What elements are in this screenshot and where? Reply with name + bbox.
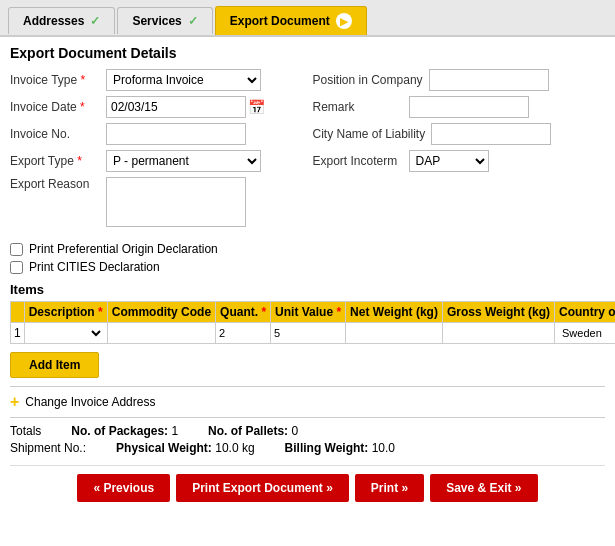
- addresses-check-icon: ✓: [90, 14, 100, 28]
- col-gross-weight: Gross Weight (kg): [442, 302, 554, 323]
- tab-services[interactable]: Services ✓: [117, 7, 212, 34]
- plus-icon: +: [10, 393, 19, 411]
- tab-addresses-label: Addresses: [23, 14, 84, 28]
- city-name-label: City Name of Liability: [313, 127, 426, 141]
- col-commodity-code: Commodity Code: [107, 302, 215, 323]
- city-name-input[interactable]: [431, 123, 551, 145]
- tab-addresses[interactable]: Addresses ✓: [8, 7, 115, 34]
- col-net-weight: Net Weight (kg): [346, 302, 443, 323]
- print-cities-checkbox[interactable]: [10, 261, 23, 274]
- export-reason-label: Export Reason: [10, 177, 100, 191]
- invoice-date-input[interactable]: [106, 96, 246, 118]
- export-reason-textarea[interactable]: [106, 177, 246, 227]
- navigation-tabs: Addresses ✓ Services ✓ Export Document ▶: [0, 0, 615, 37]
- form-section: Invoice Type * Proforma Invoice Invoice …: [10, 69, 605, 232]
- row-num: 1: [11, 323, 25, 344]
- form-right-column: Position in Company Remark City Name of …: [313, 69, 606, 232]
- section-title: Export Document Details: [10, 45, 605, 61]
- services-check-icon: ✓: [188, 14, 198, 28]
- add-item-button[interactable]: Add Item: [10, 352, 99, 378]
- description-select[interactable]: [28, 326, 104, 340]
- quantity-input[interactable]: [219, 327, 267, 339]
- totals-row-1: Totals No. of Packages: 1 No. of Pallets…: [10, 424, 605, 438]
- export-incoterm-select[interactable]: DAP: [409, 150, 489, 172]
- change-invoice-label: Change Invoice Address: [25, 395, 155, 409]
- city-name-row: City Name of Liability: [313, 123, 606, 145]
- items-title: Items: [10, 282, 605, 297]
- invoice-type-label: Invoice Type *: [10, 73, 100, 87]
- main-content: Export Document Details Invoice Type * P…: [0, 37, 615, 546]
- bottom-bar: « Previous Print Export Document » Print…: [10, 465, 605, 506]
- invoice-no-row: Invoice No.: [10, 123, 303, 145]
- export-incoterm-label: Export Incoterm: [313, 154, 403, 168]
- commodity-code-input[interactable]: [111, 327, 212, 339]
- items-table: Description * Commodity Code Quant. * Un…: [10, 301, 615, 344]
- col-num: [11, 302, 25, 323]
- physical-weight: Physical Weight: 10.0 kg: [116, 441, 255, 455]
- unit-value-input[interactable]: [274, 327, 342, 339]
- position-row: Position in Company: [313, 69, 606, 91]
- export-reason-row: Export Reason: [10, 177, 303, 227]
- col-country-of-origin: Country of Origin *: [555, 302, 615, 323]
- no-of-packages: No. of Packages: 1: [71, 424, 178, 438]
- invoice-no-input[interactable]: [106, 123, 246, 145]
- print-preferential-row: Print Preferential Origin Declaration: [10, 242, 605, 256]
- print-preferential-label: Print Preferential Origin Declaration: [29, 242, 218, 256]
- export-type-select[interactable]: P - permanent: [106, 150, 261, 172]
- calendar-icon[interactable]: 📅: [248, 99, 265, 115]
- export-incoterm-row: Export Incoterm DAP: [313, 150, 606, 172]
- remark-row: Remark: [313, 96, 606, 118]
- invoice-date-wrapper: 📅: [106, 96, 265, 118]
- export-type-required: *: [77, 154, 82, 168]
- position-label: Position in Company: [313, 73, 423, 87]
- remark-label: Remark: [313, 100, 403, 114]
- print-export-button[interactable]: Print Export Document »: [176, 474, 349, 502]
- invoice-type-required: *: [81, 73, 86, 87]
- row-net-weight[interactable]: [346, 323, 443, 344]
- print-cities-row: Print CITIES Declaration: [10, 260, 605, 274]
- invoice-type-row: Invoice Type * Proforma Invoice: [10, 69, 303, 91]
- export-type-label: Export Type *: [10, 154, 100, 168]
- row-country-of-origin[interactable]: Sweden: [555, 323, 615, 344]
- row-quantity[interactable]: [216, 323, 271, 344]
- print-preferential-checkbox[interactable]: [10, 243, 23, 256]
- shipment-no-label: Shipment No.:: [10, 441, 86, 455]
- position-input[interactable]: [429, 69, 549, 91]
- tab-export-document[interactable]: Export Document ▶: [215, 6, 367, 35]
- country-select[interactable]: Sweden: [558, 326, 615, 340]
- row-commodity-code[interactable]: [107, 323, 215, 344]
- invoice-date-row: Invoice Date * 📅: [10, 96, 303, 118]
- tab-export-document-label: Export Document: [230, 14, 330, 28]
- previous-button[interactable]: « Previous: [77, 474, 170, 502]
- table-row: 1: [11, 323, 616, 344]
- form-left-column: Invoice Type * Proforma Invoice Invoice …: [10, 69, 303, 232]
- col-quantity: Quant. *: [216, 302, 271, 323]
- col-description: Description *: [24, 302, 107, 323]
- billing-weight: Billing Weight: 10.0: [285, 441, 395, 455]
- export-document-arrow-icon: ▶: [336, 13, 352, 29]
- col-unit-value: Unit Value *: [271, 302, 346, 323]
- row-gross-weight[interactable]: [442, 323, 554, 344]
- row-unit-value[interactable]: [271, 323, 346, 344]
- print-cities-label: Print CITIES Declaration: [29, 260, 160, 274]
- invoice-no-label: Invoice No.: [10, 127, 100, 141]
- totals-section: Totals No. of Packages: 1 No. of Pallets…: [10, 417, 605, 461]
- remark-input[interactable]: [409, 96, 529, 118]
- print-button[interactable]: Print »: [355, 474, 424, 502]
- invoice-type-select[interactable]: Proforma Invoice: [106, 69, 261, 91]
- row-description[interactable]: [24, 323, 107, 344]
- invoice-date-label: Invoice Date *: [10, 100, 100, 114]
- gross-weight-input[interactable]: [446, 327, 551, 339]
- change-invoice-address[interactable]: + Change Invoice Address: [10, 386, 605, 417]
- invoice-date-required: *: [80, 100, 85, 114]
- export-type-row: Export Type * P - permanent: [10, 150, 303, 172]
- totals-label: Totals: [10, 424, 41, 438]
- save-exit-button[interactable]: Save & Exit »: [430, 474, 537, 502]
- net-weight-input[interactable]: [349, 327, 439, 339]
- tab-services-label: Services: [132, 14, 181, 28]
- no-of-pallets: No. of Pallets: 0: [208, 424, 298, 438]
- form-columns: Invoice Type * Proforma Invoice Invoice …: [10, 69, 605, 232]
- totals-row-2: Shipment No.: Physical Weight: 10.0 kg B…: [10, 441, 605, 455]
